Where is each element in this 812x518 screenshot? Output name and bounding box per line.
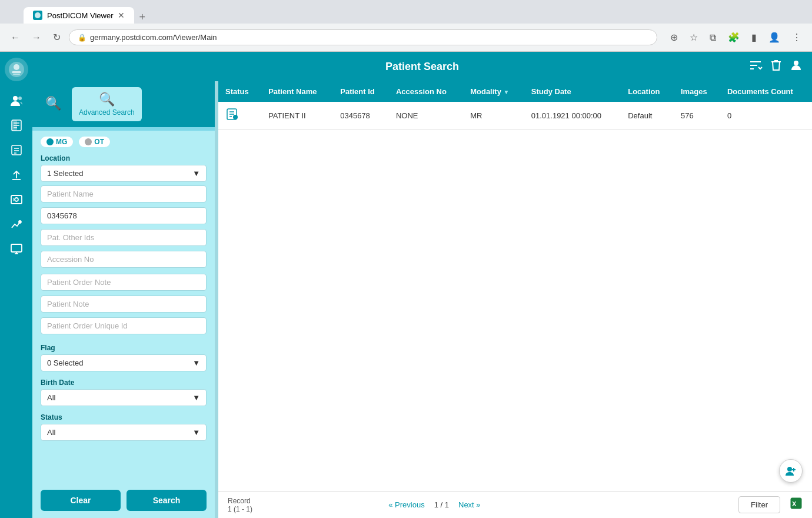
- table-row[interactable]: ✓ PATIENT II 0345678 NONE MR 01.01.1921 …: [218, 102, 812, 130]
- status-value: All: [47, 428, 55, 437]
- split-screen-btn[interactable]: ⧉: [706, 30, 720, 45]
- svg-text:X: X: [792, 500, 797, 507]
- flag-filter: Flag 0 Selected ▼: [32, 340, 215, 375]
- svg-rect-21: [11, 244, 22, 252]
- page-info: 1 / 1: [434, 500, 449, 509]
- col-images[interactable]: Images: [674, 81, 720, 102]
- sidebar-item-display[interactable]: [5, 238, 28, 260]
- sidebar-item-files[interactable]: [5, 114, 28, 137]
- svg-point-6: [18, 97, 22, 100]
- sidebar-btn[interactable]: ▮: [748, 29, 760, 45]
- cell-images: 576: [674, 102, 720, 130]
- sidebar-item-reports[interactable]: [5, 139, 28, 161]
- svg-rect-3: [12, 71, 21, 73]
- search-tabs-header: 🔍 🔍 Advanced Search: [32, 81, 215, 127]
- clear-button[interactable]: Clear: [41, 490, 121, 511]
- sort-arrow-icon: ▼: [504, 89, 510, 95]
- app-container: Patient Search: [0, 52, 812, 518]
- pat-other-ids-input[interactable]: [41, 229, 207, 246]
- ot-toggle-dot: [85, 138, 92, 145]
- back-btn[interactable]: ←: [7, 30, 24, 45]
- cell-documents-count: 0: [720, 102, 812, 130]
- accession-no-input[interactable]: [41, 251, 207, 268]
- header-actions: [748, 58, 803, 75]
- reload-btn[interactable]: ↻: [49, 29, 64, 45]
- address-bar[interactable]: 🔒 germany.postdicom.com/Viewer/Main: [69, 29, 657, 45]
- svg-point-18: [15, 198, 18, 201]
- active-tab[interactable]: PostDICOM Viewer ✕: [24, 7, 134, 24]
- patient-note-input[interactable]: [41, 295, 207, 313]
- status-select[interactable]: All ▼: [41, 424, 207, 441]
- next-button[interactable]: Next »: [454, 498, 485, 512]
- location-select[interactable]: 1 Selected ▼: [41, 165, 207, 182]
- svg-text:✓: ✓: [234, 116, 237, 119]
- main-area: Patient Search: [32, 52, 812, 518]
- advanced-search-icon: 🔍: [99, 92, 115, 107]
- tab-close-btn[interactable]: ✕: [118, 11, 125, 20]
- tab-simple-search[interactable]: 🔍: [38, 87, 68, 121]
- modality-ot-toggle[interactable]: OT: [79, 137, 110, 147]
- sidebar-item-upload[interactable]: [5, 164, 28, 186]
- svg-point-2: [14, 64, 19, 70]
- birth-date-label: Birth Date: [41, 378, 207, 387]
- extensions-btn[interactable]: 🧩: [724, 29, 743, 45]
- previous-button[interactable]: « Previous: [384, 498, 429, 512]
- col-documents-count[interactable]: Documents Count: [720, 81, 812, 102]
- svg-point-20: [19, 221, 21, 223]
- search-button[interactable]: Search: [127, 490, 207, 511]
- col-status[interactable]: Status: [218, 81, 261, 102]
- results-panel: Status Patient Name Patient Id: [218, 81, 812, 518]
- add-patient-fab[interactable]: [779, 459, 803, 483]
- col-study-date[interactable]: Study Date: [524, 81, 621, 102]
- svg-point-5: [13, 96, 18, 101]
- col-patient-name[interactable]: Patient Name: [261, 81, 333, 102]
- forward-btn[interactable]: →: [28, 30, 45, 45]
- birth-date-filter: Birth Date All ▼: [32, 375, 215, 410]
- sidebar-item-search[interactable]: [5, 188, 28, 211]
- patient-order-note-input[interactable]: [41, 274, 207, 291]
- cell-patient-name: PATIENT II: [261, 102, 333, 130]
- col-accession-no[interactable]: Accession No: [389, 81, 463, 102]
- tab-title: PostDICOM Viewer: [47, 11, 113, 20]
- modality-mg-toggle[interactable]: MG: [41, 137, 73, 147]
- flag-value: 0 Selected: [47, 358, 83, 367]
- sort-icon[interactable]: [748, 58, 763, 75]
- nav-bar: ← → ↻ 🔒 germany.postdicom.com/Viewer/Mai…: [0, 24, 812, 52]
- profile-btn[interactable]: 👤: [765, 29, 784, 45]
- sidebar-item-patients[interactable]: [5, 89, 28, 112]
- svg-point-0: [35, 12, 41, 18]
- user-icon[interactable]: [790, 58, 803, 75]
- patient-name-input[interactable]: [41, 185, 207, 202]
- ot-label: OT: [94, 138, 104, 146]
- cell-accession-no: NONE: [389, 102, 463, 130]
- new-tab-btn[interactable]: +: [134, 11, 150, 24]
- filter-button[interactable]: Filter: [738, 496, 780, 513]
- col-modality[interactable]: Modality ▼: [463, 81, 524, 102]
- table-header: Status Patient Name Patient Id: [218, 81, 812, 102]
- tab-advanced-search[interactable]: 🔍 Advanced Search: [72, 87, 142, 121]
- col-location[interactable]: Location: [621, 81, 674, 102]
- excel-export-icon[interactable]: X: [790, 497, 803, 513]
- patient-order-unique-id-input[interactable]: [41, 317, 207, 334]
- pagination-bar: Record 1 (1 - 1) « Previous 1 / 1 Next »…: [218, 491, 812, 518]
- patient-id-input[interactable]: [41, 207, 207, 224]
- delete-icon[interactable]: [770, 58, 783, 75]
- modality-row: MG OT: [32, 131, 215, 151]
- lock-icon: 🔒: [78, 34, 86, 42]
- cell-patient-id: 0345678: [333, 102, 389, 130]
- app-logo[interactable]: [5, 58, 28, 81]
- bookmark-btn[interactable]: ☆: [686, 29, 701, 45]
- patient-table: Status Patient Name Patient Id: [218, 81, 812, 130]
- app-header: Patient Search: [32, 52, 812, 81]
- flag-select[interactable]: 0 Selected ▼: [41, 354, 207, 371]
- menu-btn[interactable]: ⋮: [788, 29, 805, 45]
- pagination-controls: « Previous 1 / 1 Next »: [384, 498, 485, 512]
- birth-date-select[interactable]: All ▼: [41, 389, 207, 406]
- sidebar-item-analytics[interactable]: [5, 213, 28, 235]
- cell-modality: MR: [463, 102, 524, 130]
- col-patient-id[interactable]: Patient Id: [333, 81, 389, 102]
- tab-favicon: [33, 11, 42, 20]
- cell-status: ✓: [218, 102, 261, 130]
- content-row: 🔍 🔍 Advanced Search MG: [32, 81, 812, 518]
- translate-btn[interactable]: ⊕: [667, 29, 681, 45]
